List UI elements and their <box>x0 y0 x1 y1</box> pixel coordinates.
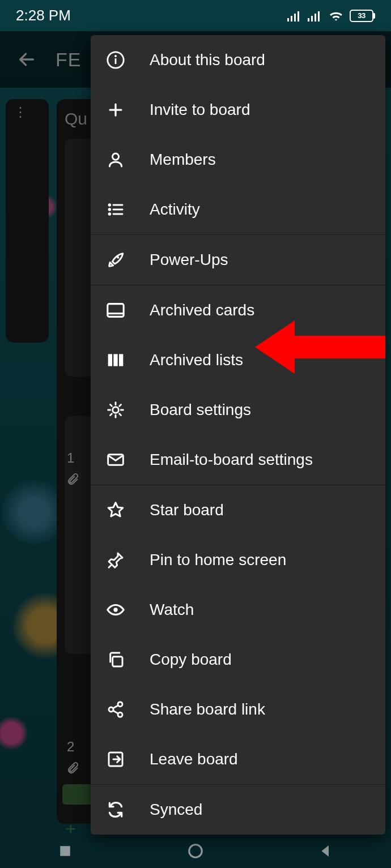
mail-icon <box>104 448 127 471</box>
svg-rect-19 <box>108 304 124 317</box>
home-icon[interactable] <box>187 843 204 860</box>
svg-rect-4 <box>308 18 309 22</box>
svg-line-32 <box>120 405 121 407</box>
back-nav-icon[interactable] <box>317 843 334 860</box>
menu-item-label: Activity <box>150 200 200 219</box>
board-overflow-menu: About this board Invite to board Members… <box>91 35 385 835</box>
attachment-icon <box>66 473 79 486</box>
menu-item-synced[interactable]: Synced <box>91 785 385 835</box>
columns-icon <box>104 349 127 371</box>
recent-apps-icon[interactable] <box>57 843 74 860</box>
menu-item-label: Power-Ups <box>150 251 228 269</box>
eye-icon <box>104 598 127 621</box>
device-nav-bar <box>0 834 391 868</box>
svg-rect-6 <box>314 14 316 22</box>
wifi-icon <box>328 10 344 22</box>
svg-point-37 <box>109 707 113 712</box>
menu-item-label: Members <box>150 151 216 169</box>
svg-point-12 <box>109 204 110 206</box>
menu-item-powerups[interactable]: Power-Ups <box>91 235 385 285</box>
plus-icon <box>104 99 127 121</box>
svg-rect-43 <box>60 846 70 856</box>
svg-point-38 <box>118 712 122 717</box>
svg-rect-5 <box>311 16 313 22</box>
share-icon <box>104 698 127 721</box>
svg-rect-22 <box>113 354 117 366</box>
svg-rect-35 <box>113 657 122 666</box>
menu-item-email-settings[interactable]: Email-to-board settings <box>91 435 385 485</box>
sync-icon <box>104 798 127 821</box>
menu-item-label: Share board link <box>150 700 265 719</box>
star-icon <box>104 499 127 521</box>
menu-item-label: Watch <box>150 601 194 619</box>
svg-point-11 <box>112 153 118 160</box>
exit-icon <box>104 748 127 771</box>
menu-item-label: Copy board <box>150 651 232 669</box>
menu-item-label: Invite to board <box>150 101 250 119</box>
signal-icon <box>287 10 302 22</box>
status-indicators: 33 <box>287 10 375 22</box>
menu-item-star-board[interactable]: Star board <box>91 485 385 535</box>
svg-rect-0 <box>287 18 289 22</box>
back-icon[interactable] <box>17 50 36 69</box>
card-count: 2 <box>67 739 74 755</box>
svg-point-16 <box>109 213 110 215</box>
svg-point-10 <box>114 55 117 57</box>
svg-line-31 <box>110 414 112 416</box>
copy-icon <box>104 648 127 671</box>
gear-icon <box>104 399 127 421</box>
svg-rect-2 <box>294 14 296 22</box>
menu-item-board-settings[interactable]: Board settings <box>91 385 385 435</box>
menu-item-archived-cards[interactable]: Archived cards <box>91 285 385 335</box>
status-time: 2:28 PM <box>16 7 71 24</box>
menu-item-label: Leave board <box>150 750 238 768</box>
pin-icon <box>104 549 127 571</box>
menu-item-pin-home[interactable]: Pin to home screen <box>91 535 385 585</box>
svg-line-30 <box>120 414 121 416</box>
svg-point-18 <box>117 256 119 259</box>
menu-item-share-link[interactable]: Share board link <box>91 685 385 734</box>
svg-line-29 <box>110 405 112 407</box>
menu-item-label: Synced <box>150 801 202 819</box>
menu-item-label: About this board <box>150 51 265 69</box>
svg-rect-21 <box>108 354 112 366</box>
svg-line-39 <box>113 705 118 708</box>
svg-rect-3 <box>298 11 299 22</box>
svg-rect-1 <box>291 16 292 22</box>
battery-indicator: 33 <box>350 10 375 22</box>
more-icon[interactable]: ⋮ <box>14 109 41 115</box>
menu-item-label: Board settings <box>150 401 251 419</box>
menu-item-copy-board[interactable]: Copy board <box>91 635 385 685</box>
info-icon <box>104 49 127 71</box>
menu-item-leave-board[interactable]: Leave board <box>91 734 385 784</box>
list-icon <box>104 198 127 221</box>
svg-rect-9 <box>115 58 117 64</box>
svg-point-44 <box>189 845 202 858</box>
svg-rect-7 <box>318 11 320 22</box>
menu-item-label: Archived cards <box>150 301 254 319</box>
svg-rect-23 <box>119 354 123 366</box>
svg-point-34 <box>113 608 117 612</box>
card-count: 1 <box>67 450 74 466</box>
svg-point-14 <box>109 209 110 211</box>
board-list[interactable]: ⋮ <box>6 99 49 343</box>
menu-item-invite[interactable]: Invite to board <box>91 85 385 135</box>
menu-item-watch[interactable]: Watch <box>91 585 385 635</box>
svg-point-36 <box>118 702 122 707</box>
attachment-icon <box>66 762 79 775</box>
menu-item-members[interactable]: Members <box>91 135 385 185</box>
person-icon <box>104 148 127 171</box>
menu-item-label: Email-to-board settings <box>150 451 313 469</box>
menu-item-about-board[interactable]: About this board <box>91 35 385 85</box>
menu-item-activity[interactable]: Activity <box>91 185 385 234</box>
signal-icon <box>308 10 322 22</box>
svg-point-24 <box>113 407 119 413</box>
menu-item-label: Star board <box>150 501 224 519</box>
battery-percent: 33 <box>358 11 365 20</box>
rocket-icon <box>104 249 127 271</box>
menu-item-label: Archived lists <box>150 351 243 369</box>
status-bar: 2:28 PM 33 <box>0 0 391 31</box>
menu-item-archived-lists[interactable]: Archived lists <box>91 335 385 385</box>
archive-card-icon <box>104 299 127 322</box>
menu-item-label: Pin to home screen <box>150 551 286 569</box>
